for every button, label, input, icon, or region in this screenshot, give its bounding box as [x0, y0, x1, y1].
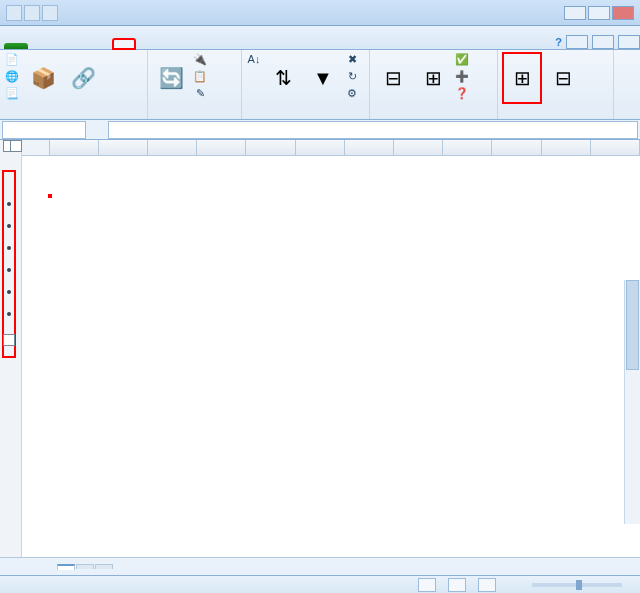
outline-collapse[interactable]	[3, 334, 15, 346]
maximize-button[interactable]	[588, 6, 610, 20]
filter-button[interactable]: ▼	[304, 52, 342, 104]
doc-max-button[interactable]	[592, 35, 614, 49]
column-headers[interactable]	[22, 140, 640, 156]
ribbon: 📄 🌐 📃 📦 🔗 🔄 🔌 📋 ✎ A↓ ⇅ ▼	[0, 50, 640, 120]
ungroup-button[interactable]: ⊟	[544, 52, 582, 104]
col-E[interactable]	[246, 140, 295, 155]
col-C[interactable]	[148, 140, 197, 155]
col-L[interactable]	[591, 140, 640, 155]
tab-formulas[interactable]	[92, 41, 112, 49]
group-extdata-label	[4, 104, 143, 117]
col-G[interactable]	[345, 140, 394, 155]
text2col-button[interactable]: ⊟	[374, 52, 412, 104]
existing-conn-button[interactable]: 🔗	[64, 52, 102, 104]
grid[interactable]	[22, 140, 640, 560]
dedup-button[interactable]: ⊞	[414, 52, 452, 104]
whatif-button[interactable]: ❓	[454, 86, 472, 102]
file-tab[interactable]	[4, 43, 28, 49]
cells[interactable]	[50, 156, 400, 228]
group-button[interactable]: ⊞	[502, 52, 542, 104]
qat-redo[interactable]	[42, 5, 58, 21]
formula-input[interactable]	[108, 121, 638, 139]
sort-button[interactable]: ⇅	[264, 52, 302, 104]
worksheet-area	[0, 140, 640, 560]
advanced-button[interactable]: ⚙	[344, 86, 362, 102]
validation-button[interactable]: ✅	[454, 52, 472, 68]
reapply-button[interactable]: ↻	[344, 69, 362, 85]
col-B[interactable]	[99, 140, 148, 155]
tab-home[interactable]	[32, 41, 52, 49]
status-bar	[0, 575, 640, 593]
zoom-slider[interactable]	[532, 583, 622, 587]
group-tools-label	[374, 104, 493, 117]
col-K[interactable]	[542, 140, 591, 155]
from-other-button[interactable]: 📦	[24, 52, 62, 104]
month-jan	[50, 180, 400, 196]
outline-column[interactable]	[0, 140, 22, 560]
tab-pagelayout[interactable]	[72, 41, 92, 49]
properties-button[interactable]: 📋	[192, 69, 210, 85]
outline-level-2[interactable]	[10, 140, 22, 152]
connections-button[interactable]: 🔌	[192, 52, 210, 68]
month-mar	[50, 212, 400, 228]
col-A[interactable]	[50, 140, 99, 155]
select-all-corner[interactable]	[22, 140, 50, 155]
month-feb	[50, 196, 400, 212]
view-break-button[interactable]	[478, 578, 496, 592]
from-web-button[interactable]: 🌐	[4, 69, 22, 85]
tab-review[interactable]	[136, 41, 156, 49]
doc-min-button[interactable]	[566, 35, 588, 49]
sheet-tab-1[interactable]	[57, 564, 75, 570]
tab-data[interactable]	[112, 38, 136, 50]
close-button[interactable]	[612, 6, 634, 20]
clear-button[interactable]: ✖	[344, 52, 362, 68]
group-conn-label	[152, 104, 237, 117]
view-layout-button[interactable]	[448, 578, 466, 592]
consolidate-button[interactable]: ➕	[454, 69, 472, 85]
outline-highlight	[2, 170, 16, 358]
ribbon-tabs: ?	[0, 26, 640, 50]
qat-save[interactable]	[6, 5, 22, 21]
name-box[interactable]	[2, 121, 86, 139]
calendar-title	[50, 156, 400, 180]
doc-close-button[interactable]	[618, 35, 640, 49]
sort-az-button[interactable]: A↓	[246, 52, 262, 68]
col-I[interactable]	[443, 140, 492, 155]
col-J[interactable]	[492, 140, 541, 155]
title-bar	[0, 0, 640, 26]
sheet-tab-bar	[0, 557, 640, 575]
col-F[interactable]	[296, 140, 345, 155]
scroll-thumb[interactable]	[626, 280, 639, 370]
sheet-tab-3[interactable]	[95, 564, 113, 569]
col-D[interactable]	[197, 140, 246, 155]
formula-bar	[0, 120, 640, 140]
tab-view[interactable]	[156, 41, 176, 49]
vertical-scrollbar[interactable]	[624, 280, 640, 524]
refresh-all-button[interactable]: 🔄	[152, 52, 190, 104]
edit-links-button[interactable]: ✎	[192, 86, 210, 102]
minimize-button[interactable]	[564, 6, 586, 20]
view-normal-button[interactable]	[418, 578, 436, 592]
group-sort-label	[246, 104, 365, 117]
tab-insert[interactable]	[52, 41, 72, 49]
sort-za-button[interactable]	[246, 69, 262, 85]
col-H[interactable]	[394, 140, 443, 155]
help-icon[interactable]: ?	[555, 36, 562, 48]
from-access-button[interactable]: 📄	[4, 52, 22, 68]
qat-undo[interactable]	[24, 5, 40, 21]
sheet-tab-2[interactable]	[76, 564, 94, 569]
from-text-button[interactable]: 📃	[4, 86, 22, 102]
